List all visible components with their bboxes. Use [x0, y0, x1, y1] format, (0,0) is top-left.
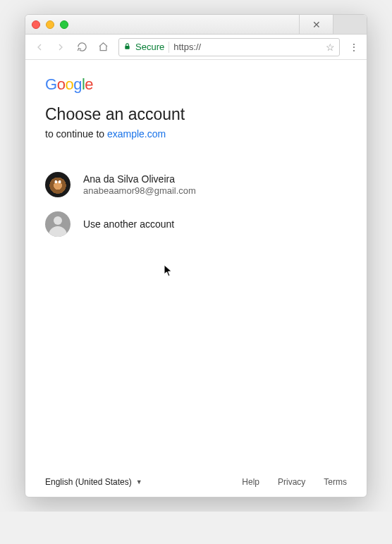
person-icon — [45, 211, 71, 237]
account-name: Ana da Silva Oliveira — [83, 173, 196, 185]
home-button[interactable] — [93, 37, 113, 57]
use-another-account[interactable]: Use another account — [45, 204, 347, 244]
svg-rect-0 — [125, 46, 129, 49]
privacy-link[interactable]: Privacy — [278, 477, 305, 487]
google-logo: Google — [45, 75, 347, 94]
chevron-down-icon: ▼ — [136, 478, 142, 486]
maximize-window-button[interactable] — [60, 20, 68, 29]
url-text: https:// — [173, 42, 201, 52]
address-bar[interactable]: Secure https:// ☆ — [118, 38, 340, 56]
window-controls — [32, 20, 68, 29]
language-label: English (United States) — [45, 477, 132, 487]
page-heading: Choose an account — [45, 105, 347, 124]
page-subheading: to continue to example.com — [45, 128, 347, 140]
help-link[interactable]: Help — [242, 477, 259, 487]
footer: English (United States) ▼ Help Privacy T… — [45, 470, 347, 497]
reload-button[interactable] — [72, 37, 92, 57]
account-email: anabeaamor98@gmail.com — [83, 185, 196, 196]
lock-icon — [123, 42, 131, 51]
minimize-window-button[interactable] — [46, 20, 54, 29]
secure-label: Secure — [135, 42, 164, 52]
forward-button[interactable] — [51, 37, 71, 57]
subheading-prefix: to continue to — [45, 128, 107, 140]
use-another-label: Use another account — [83, 218, 174, 230]
new-tab-button[interactable] — [333, 15, 367, 34]
language-selector[interactable]: English (United States) ▼ — [45, 477, 142, 487]
continue-to-link[interactable]: example.com — [107, 128, 166, 140]
close-window-button[interactable] — [32, 20, 40, 29]
separator — [169, 42, 169, 53]
titlebar: ✕ — [25, 15, 367, 35]
close-icon: ✕ — [312, 19, 321, 30]
browser-toolbar: Secure https:// ☆ ⋮ — [25, 35, 367, 60]
page-content: Google Choose an account to continue to … — [25, 60, 367, 497]
terms-link[interactable]: Terms — [324, 477, 347, 487]
back-button[interactable] — [30, 37, 49, 57]
tab-close-button[interactable]: ✕ — [299, 15, 333, 34]
avatar — [45, 172, 71, 197]
browser-menu-button[interactable]: ⋮ — [345, 42, 362, 53]
browser-window: ✕ Secure https:// ☆ ⋮ Goog — [25, 14, 367, 497]
account-option[interactable]: Ana da Silva Oliveira anabeaamor98@gmail… — [45, 165, 347, 204]
bookmark-star-icon[interactable]: ☆ — [326, 42, 335, 53]
